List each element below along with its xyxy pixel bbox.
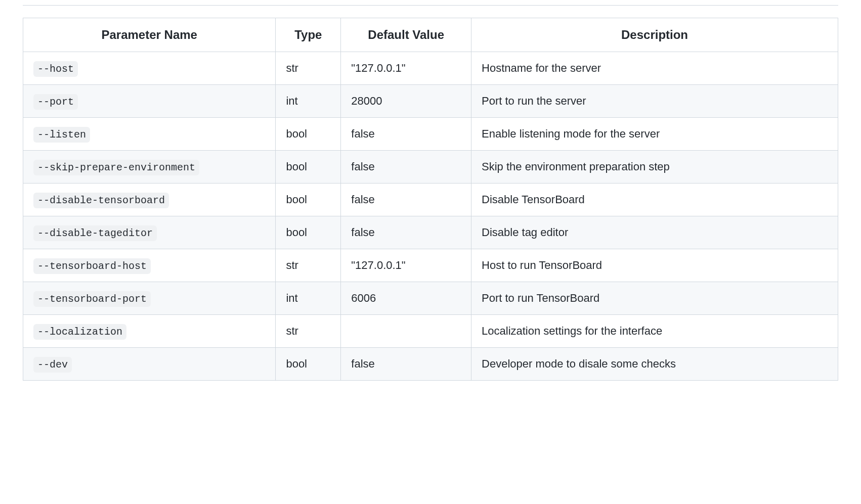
table-row: --localizationstrLocalization settings f… [23, 315, 838, 348]
table-row: --tensorboard-portint6006Port to run Ten… [23, 282, 838, 315]
table-row: --skip-prepare-environmentboolfalseSkip … [23, 151, 838, 184]
cell-type: bool [276, 216, 341, 249]
parameter-code: --port [33, 94, 78, 110]
header-type: Type [276, 18, 341, 52]
header-parameter-name: Parameter Name [23, 18, 276, 52]
header-default-value: Default Value [341, 18, 471, 52]
header-description: Description [471, 18, 838, 52]
table-row: --disable-tageditorboolfalseDisable tag … [23, 216, 838, 249]
cell-parameter-name: --host [23, 52, 276, 85]
cell-default-value: false [341, 118, 471, 151]
parameter-code: --disable-tageditor [33, 225, 157, 241]
cell-description: Disable TensorBoard [471, 184, 838, 216]
cell-type: str [276, 315, 341, 348]
table-header-row: Parameter Name Type Default Value Descri… [23, 18, 838, 52]
parameter-code: --host [33, 61, 78, 77]
parameter-code: --disable-tensorboard [33, 193, 169, 208]
parameter-code: --listen [33, 127, 90, 143]
cell-description: Port to run TensorBoard [471, 282, 838, 315]
cell-default-value: 28000 [341, 85, 471, 118]
cell-type: str [276, 249, 341, 282]
cell-default-value: false [341, 348, 471, 381]
cell-parameter-name: --tensorboard-port [23, 282, 276, 315]
cell-default-value [341, 315, 471, 348]
cell-description: Disable tag editor [471, 216, 838, 249]
cell-description: Developer mode to disale some checks [471, 348, 838, 381]
parameters-table: Parameter Name Type Default Value Descri… [23, 18, 838, 381]
cell-default-value: "127.0.0.1" [341, 52, 471, 85]
horizontal-rule [23, 5, 838, 6]
table-row: --listenboolfalseEnable listening mode f… [23, 118, 838, 151]
cell-parameter-name: --tensorboard-host [23, 249, 276, 282]
cell-parameter-name: --dev [23, 348, 276, 381]
cell-description: Host to run TensorBoard [471, 249, 838, 282]
cell-parameter-name: --disable-tageditor [23, 216, 276, 249]
cell-default-value: 6006 [341, 282, 471, 315]
cell-type: str [276, 52, 341, 85]
cell-parameter-name: --skip-prepare-environment [23, 151, 276, 184]
cell-type: int [276, 85, 341, 118]
table-row: --disable-tensorboardboolfalseDisable Te… [23, 184, 838, 216]
cell-default-value: "127.0.0.1" [341, 249, 471, 282]
table-row: --devboolfalseDeveloper mode to disale s… [23, 348, 838, 381]
cell-default-value: false [341, 184, 471, 216]
cell-parameter-name: --listen [23, 118, 276, 151]
cell-description: Localization settings for the interface [471, 315, 838, 348]
cell-description: Hostname for the server [471, 52, 838, 85]
cell-parameter-name: --port [23, 85, 276, 118]
cell-type: bool [276, 151, 341, 184]
cell-parameter-name: --localization [23, 315, 276, 348]
parameter-code: --skip-prepare-environment [33, 160, 199, 175]
cell-type: bool [276, 184, 341, 216]
cell-type: bool [276, 118, 341, 151]
parameter-code: --tensorboard-host [33, 258, 151, 274]
cell-type: int [276, 282, 341, 315]
table-row: --tensorboard-hoststr"127.0.0.1"Host to … [23, 249, 838, 282]
cell-default-value: false [341, 151, 471, 184]
cell-type: bool [276, 348, 341, 381]
parameter-code: --tensorboard-port [33, 291, 151, 307]
cell-description: Enable listening mode for the server [471, 118, 838, 151]
table-row: --portint28000Port to run the server [23, 85, 838, 118]
table-row: --hoststr"127.0.0.1"Hostname for the ser… [23, 52, 838, 85]
parameter-code: --localization [33, 324, 126, 340]
parameter-code: --dev [33, 357, 72, 373]
cell-description: Skip the environment preparation step [471, 151, 838, 184]
cell-parameter-name: --disable-tensorboard [23, 184, 276, 216]
cell-default-value: false [341, 216, 471, 249]
cell-description: Port to run the server [471, 85, 838, 118]
